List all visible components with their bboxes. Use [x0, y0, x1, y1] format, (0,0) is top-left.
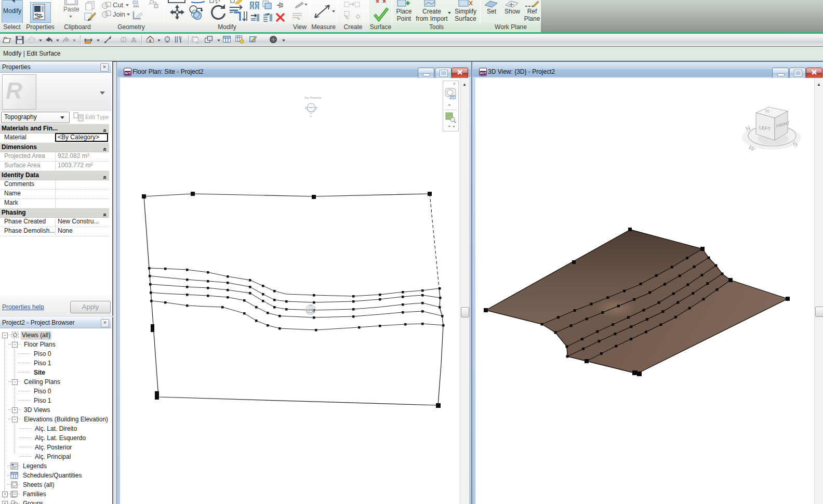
svg-text:RVT: RVT	[125, 72, 131, 75]
svg-text:RVT: RVT	[480, 72, 486, 75]
svg-text:1: 1	[123, 38, 125, 42]
svg-text:Alç. Posterior: Alç. Posterior	[304, 96, 322, 99]
